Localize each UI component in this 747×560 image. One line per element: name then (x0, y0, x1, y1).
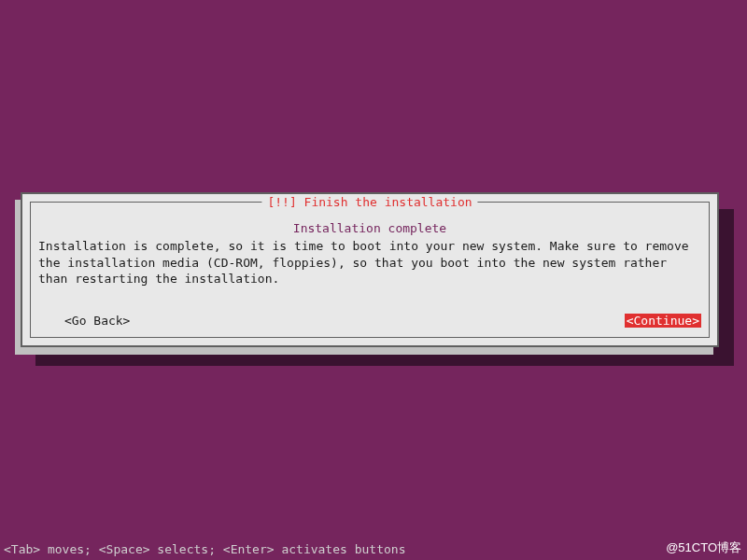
button-row: <Go Back> <Continue> (38, 314, 701, 328)
installation-dialog: [!!] Finish the installation Installatio… (21, 192, 719, 347)
dialog-subtitle: Installation complete (31, 221, 709, 235)
go-back-button[interactable]: <Go Back> (38, 314, 130, 328)
status-bar: <Tab> moves; <Space> selects; <Enter> ac… (4, 542, 405, 556)
dialog-border: [!!] Finish the installation Installatio… (30, 202, 710, 338)
watermark: @51CTO博客 (666, 539, 741, 556)
dialog-title: [!!] Finish the installation (261, 195, 477, 209)
continue-button[interactable]: <Continue> (625, 314, 701, 328)
dialog-body-text: Installation is complete, so it is time … (38, 238, 701, 287)
